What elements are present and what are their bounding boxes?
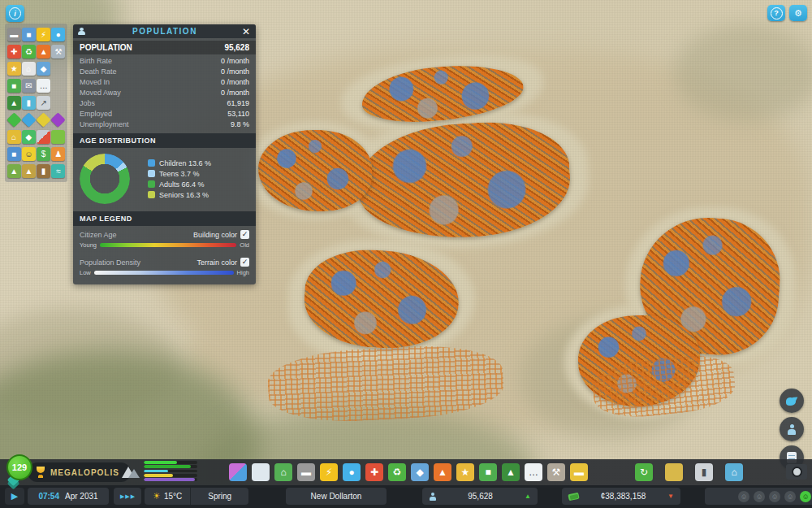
fire-infoview-icon[interactable]: ▲ [37, 45, 50, 59]
money-amount: ¢38,383,158 [601, 492, 646, 501]
speed-3-icon[interactable]: ▶ [131, 493, 135, 500]
transportation-infoview-icon[interactable]: ■ [7, 79, 21, 93]
age-distribution-title: AGE DISTRIBUTION [73, 133, 256, 148]
citizen-age-label: Citizen Age [80, 231, 117, 239]
happiness-factor-3-icon[interactable]: ☺ [769, 491, 780, 502]
parks-tool-icon[interactable]: ▲ [502, 463, 520, 481]
money-display[interactable]: ¢38,383,158 ▼ [562, 488, 680, 505]
electricity-infoview-icon[interactable]: ⚡ [37, 28, 50, 41]
population-count: 95,628 [468, 492, 493, 501]
parks-infoview-icon[interactable]: ▲ [7, 96, 21, 110]
transportation-tool-icon[interactable]: ■ [479, 463, 497, 481]
fire-tool-icon[interactable]: ▲ [434, 463, 451, 481]
demand-panel[interactable] [120, 461, 197, 481]
landscaping-tool-icon[interactable]: ⚒ [547, 463, 565, 481]
communications-tool-icon[interactable]: … [525, 463, 542, 481]
happiness-display[interactable]: ☺☺☺☺☺ [705, 488, 812, 505]
speed-controls[interactable]: ▶ ▶ ▶ [114, 488, 141, 505]
city-cluster-west [258, 130, 372, 211]
police-tool-icon[interactable]: ★ [456, 463, 474, 481]
happiness-factor-1-icon[interactable]: ☺ [738, 491, 749, 502]
water-map-infoview-icon[interactable] [21, 112, 36, 127]
electricity-tool-icon[interactable]: ⚡ [320, 463, 338, 481]
milestone-button[interactable]: MEGALOPOLIS [28, 462, 131, 482]
roads-tool-icon[interactable]: ▬ [297, 463, 315, 481]
telecom-infoview-icon[interactable]: … [37, 79, 50, 93]
game-date: Apr 2031 [65, 492, 98, 501]
economy-infoview-icon[interactable]: $ [37, 147, 50, 161]
statistics-menu-icon[interactable]: ▮ [695, 463, 713, 481]
happiness-factor-2-icon[interactable]: ☺ [754, 491, 765, 502]
garbage-infoview-icon[interactable]: ♻ [22, 45, 36, 59]
camera-button[interactable] [786, 464, 807, 480]
citizens-button[interactable] [780, 417, 804, 441]
happiness-smiley-icon[interactable]: ☺ [800, 491, 811, 502]
population-display[interactable]: 95,628 ▲ [422, 488, 538, 505]
signature-buildings-tool-icon[interactable]: ⌂ [274, 463, 292, 481]
building-color-checkbox[interactable]: ✓ [240, 230, 249, 239]
pollution-map-infoview-icon[interactable] [36, 112, 50, 127]
weather-display: ☀ 15°C Spring [145, 488, 248, 505]
resources-infoview-icon[interactable]: ▮ [37, 164, 50, 178]
settings-button[interactable]: ⚙ [789, 5, 807, 21]
education-infoview-icon[interactable]: ◆ [37, 62, 50, 76]
status-bar: ▶ 07:54 Apr 2031 ▶ ▶ ▶ ☀ 15°C Spring New… [0, 485, 812, 508]
progression-menu-icon[interactable] [665, 463, 683, 481]
time-display: 07:54 Apr 2031 [28, 488, 109, 505]
maintenance-infoview-icon[interactable]: ⚒ [51, 45, 65, 59]
population-infoview-icon[interactable]: ♟ [51, 147, 65, 161]
terrain-color-checkbox[interactable]: ✓ [240, 258, 249, 267]
healthcare-infoview-icon[interactable]: ✚ [7, 45, 21, 59]
city-name-display[interactable]: New Dollarton [286, 488, 387, 505]
level-badge[interactable]: 129 [6, 454, 32, 480]
terrain-patch [674, 24, 812, 122]
age-legend-item: Adults 66.4 % [148, 180, 211, 189]
city-name: New Dollarton [311, 492, 362, 501]
age-distribution-donut [80, 154, 130, 204]
population-icon [77, 28, 86, 35]
economy-menu-icon[interactable]: ↻ [635, 463, 653, 481]
outside-connections-infoview-icon[interactable]: ↗ [37, 96, 50, 110]
toolbar-group-build: ⌂▬⚡●✚♻◆▲★■▲…⚒▬ [229, 463, 588, 481]
land-value-infoview-icon[interactable]: ◆ [22, 130, 36, 144]
age-distribution-legend: Children 13.6 %Teens 3.7 %Adults 66.4 %S… [148, 159, 211, 199]
water-tool-icon[interactable]: ● [343, 463, 361, 481]
close-icon[interactable]: ✕ [240, 26, 252, 37]
water-resources-infoview-icon[interactable]: ≈ [51, 164, 65, 178]
terrain-infoview-icon[interactable]: ▲ [7, 164, 21, 178]
healthcare-tool-icon[interactable]: ✚ [365, 463, 383, 481]
zoning-tool-icon[interactable] [252, 463, 270, 481]
noise-map-infoview-icon[interactable] [51, 112, 66, 127]
happiness-infoview-icon[interactable]: ☺ [22, 147, 36, 161]
tourism-infoview-icon[interactable]: ■ [7, 147, 21, 161]
terrain-color-label: Terrain color [197, 258, 237, 267]
population-panel: POPULATION ✕ POPULATION95,628Birth Rate0… [73, 24, 256, 284]
temperature: 15°C [164, 492, 182, 501]
post-infoview-icon[interactable]: ✉ [22, 79, 36, 93]
desert-infoview-icon[interactable]: ▲ [22, 164, 36, 178]
speed-2-icon[interactable]: ▶ [125, 493, 129, 500]
zones-tool-icon[interactable] [229, 463, 247, 481]
infoviews-button[interactable]: i [6, 5, 24, 22]
electronics-infoview-icon[interactable]: ■ [22, 28, 36, 41]
bulldozer-tool-icon[interactable]: ▬ [570, 463, 588, 481]
residential-infoview-icon[interactable]: ⌂ [7, 130, 21, 144]
administration-infoview-icon[interactable]: ⌂ [22, 62, 36, 76]
city-services-menu-icon[interactable]: ⌂ [725, 463, 743, 481]
land-map-infoview-icon[interactable] [6, 112, 21, 127]
help-button[interactable]: ? [767, 5, 785, 21]
happiness-factor-4-icon[interactable]: ☺ [784, 491, 796, 502]
roads-infoview-icon[interactable]: ▬ [7, 28, 21, 41]
water-infoview-icon[interactable]: ● [51, 28, 65, 41]
speed-1-icon[interactable]: ▶ [120, 493, 124, 500]
battery-infoview-icon[interactable]: ▮ [22, 96, 36, 110]
play-icon: ▶ [11, 491, 18, 501]
police-infoview-icon[interactable]: ★ [7, 62, 21, 76]
play-pause-button[interactable]: ▶ [5, 488, 24, 505]
education-tool-icon[interactable]: ◆ [411, 463, 429, 481]
chirper-button[interactable] [780, 389, 804, 413]
citizen-age-legend: Citizen Age Building color ✓ Young Old [73, 226, 256, 254]
garbage-tool-icon[interactable]: ♻ [388, 463, 406, 481]
greenery-infoview-icon[interactable] [51, 130, 65, 144]
growth-infoview-icon[interactable] [37, 130, 50, 144]
